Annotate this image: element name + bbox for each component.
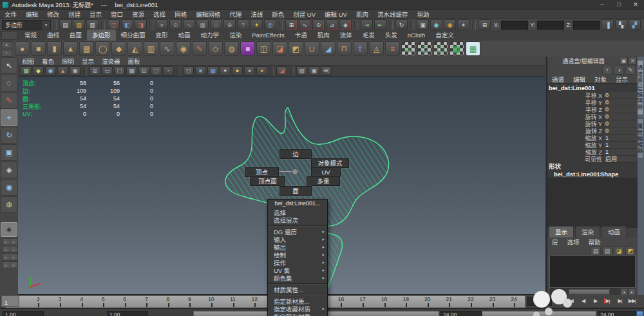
bridge-icon[interactable]: ⊓ [337, 41, 352, 56]
divider[interactable] [389, 21, 393, 30]
output-connections-icon[interactable]: ⇤ [374, 19, 386, 30]
channel-box-menu-item[interactable]: 对象 [590, 75, 611, 84]
channel-box-toggle-icon[interactable]: ▞ [629, 19, 641, 30]
selection-mode-dropdown[interactable]: 多边形 ▾ [2, 20, 51, 30]
uv-cylindrical-icon[interactable]: ▢ [417, 41, 432, 56]
menu-item[interactable]: 法线 [246, 10, 267, 19]
timeline-frame[interactable]: 6 [114, 296, 136, 308]
channel-box-menu-item[interactable]: 通道 [547, 75, 569, 84]
shelf-tab[interactable]: 常规 [19, 30, 42, 41]
snap-plane-icon[interactable]: ⊿ [326, 19, 338, 30]
panel-menu-item[interactable]: 渲染器 [98, 57, 124, 66]
timeline-frame[interactable]: 12 [243, 296, 265, 308]
panel-menu-item[interactable]: 面板 [124, 57, 144, 66]
sculpt-tool-icon[interactable]: ✎ [192, 41, 207, 56]
boolean-icon[interactable]: ⊔ [305, 41, 319, 56]
timeline-frame[interactable]: 2 [28, 296, 50, 308]
render-view-icon[interactable]: ▣ [417, 19, 429, 30]
panel-menu-item[interactable]: 显示 [78, 57, 98, 66]
textured-icon[interactable]: ▦ [207, 66, 218, 76]
marking-menu-item[interactable]: UV [311, 167, 341, 177]
separate-icon[interactable]: ◪ [272, 41, 287, 56]
use-all-lights-icon[interactable]: ✶ [220, 66, 231, 76]
uv-automatic-icon[interactable]: ▩ [450, 41, 464, 56]
menu-item[interactable]: 帮助 [412, 10, 433, 19]
exposure-icon[interactable]: ▣ [308, 66, 319, 76]
shelf-tab[interactable]: 动画 [173, 30, 196, 41]
select-by-object-icon[interactable]: ◧ [121, 19, 133, 30]
snap-grid-icon[interactable]: ⊞ [285, 19, 298, 30]
bevel-icon[interactable]: ◢ [321, 41, 336, 56]
marking-menu-item[interactable]: 顶点 [245, 167, 279, 177]
marking-menu-item[interactable]: 多重 [307, 176, 340, 186]
render-current-frame-icon[interactable]: ◉ [430, 19, 442, 30]
shelf-tab[interactable]: 自定义 [430, 30, 459, 41]
divider[interactable] [472, 21, 476, 30]
extract-icon[interactable]: ◩ [289, 41, 303, 56]
smooth-mesh-icon[interactable]: ◍ [224, 41, 239, 56]
shelf-tab[interactable]: 肌肉 [312, 30, 335, 41]
show-manipulator-tool[interactable]: ⊕ [1, 196, 17, 213]
divider[interactable] [354, 21, 358, 30]
step-back-frame-button[interactable]: ◀ [577, 295, 589, 306]
dock-icon[interactable]: ▣ [620, 57, 628, 65]
menu-item[interactable]: 颜色 [267, 10, 289, 19]
universal-manipulator-tool[interactable]: ◈ [1, 162, 17, 178]
step-forward-frame-button[interactable]: ▶| [614, 295, 626, 306]
construction-history-icon[interactable]: ↻ [395, 19, 408, 30]
menu-item[interactable]: 创建 UV [289, 10, 320, 19]
poly-cylinder-icon[interactable]: ▮ [47, 41, 62, 56]
sidebar-vertical-tab[interactable]: 属性编辑器 [638, 118, 644, 160]
two-pane-side-layout-button[interactable]: + [10, 238, 18, 245]
attribute-value[interactable]: 0 [604, 113, 638, 120]
edit-manip-icon[interactable]: ✎ [625, 66, 636, 75]
attribute-value[interactable]: 0 [604, 127, 638, 135]
playback-start-field[interactable]: 1.00 [107, 311, 148, 316]
hypergraph-persp-layout-button[interactable]: + [10, 254, 18, 261]
mask-misc-icon[interactable]: ? [237, 19, 249, 30]
attribute-value[interactable]: 0 [604, 92, 638, 99]
divider[interactable] [101, 21, 105, 30]
animation-preferences-icon[interactable] [636, 311, 643, 316]
shelf-selector-button[interactable] [1, 31, 18, 40]
layer-editor-menu-item[interactable]: 选项 [563, 237, 584, 246]
divider[interactable] [410, 21, 414, 30]
timeline-frame[interactable]: 8 [157, 296, 179, 308]
menu-item[interactable]: 显示 [85, 10, 106, 19]
timeline-frame[interactable]: 18 [374, 296, 395, 308]
layer-move-down-icon[interactable]: ▤ [602, 246, 612, 256]
poly-helix-icon[interactable]: ∿ [160, 41, 175, 56]
mask-points-icon[interactable]: ⊙ [169, 19, 182, 30]
mask-surfaces-icon[interactable]: ▦ [196, 19, 209, 30]
resolution-gate-icon[interactable]: ▢ [114, 66, 125, 76]
poly-cone-icon[interactable]: ▲ [63, 41, 78, 56]
channel-box-menu-item[interactable]: 编辑 [569, 75, 590, 84]
divider[interactable] [149, 21, 153, 30]
menu-item[interactable]: 窗口 [106, 10, 128, 19]
poly-soccer-icon[interactable]: ◉ [176, 41, 191, 56]
menu-item[interactable]: 肌肉 [352, 10, 373, 19]
quick-select-field-icon[interactable]: ⊞ [478, 19, 491, 30]
extrude-icon[interactable]: ⇧ [353, 41, 368, 56]
mask-handles-icon[interactable]: ∗ [156, 19, 168, 30]
attribute-editor-toggle-icon[interactable]: ▐ [601, 19, 614, 30]
shelf-tab[interactable]: PaintEffects [247, 31, 290, 40]
shelf-tab[interactable]: 曲线 [42, 30, 64, 41]
minimize-button[interactable]: – [594, 0, 611, 9]
layer-list[interactable] [549, 256, 636, 288]
timeline-frame[interactable]: 9 [179, 296, 201, 308]
save-scene-icon[interactable]: ▥ [86, 19, 99, 30]
marking-menu-item[interactable]: 对象模式 [311, 158, 349, 168]
timeline-frame[interactable]: 20 [417, 296, 439, 308]
poly-torus-icon[interactable]: ◯ [95, 41, 110, 56]
default-light-icon[interactable]: ● [232, 66, 243, 76]
panel-menu-item[interactable]: 着色 [38, 57, 58, 66]
speed-state-icon[interactable]: ◑ [614, 66, 624, 75]
timeline-frame[interactable]: 24 [503, 296, 525, 308]
combine-icon[interactable]: ◫ [256, 41, 271, 56]
shelf-tab[interactable]: 曲面 [64, 30, 87, 41]
shelf-tab[interactable]: 流体 [335, 30, 357, 41]
highlight-selection-icon[interactable]: ◎ [264, 19, 276, 30]
timeline-frame[interactable]: 11 [222, 296, 244, 308]
uv-planar-icon[interactable]: ▱ [401, 41, 416, 56]
